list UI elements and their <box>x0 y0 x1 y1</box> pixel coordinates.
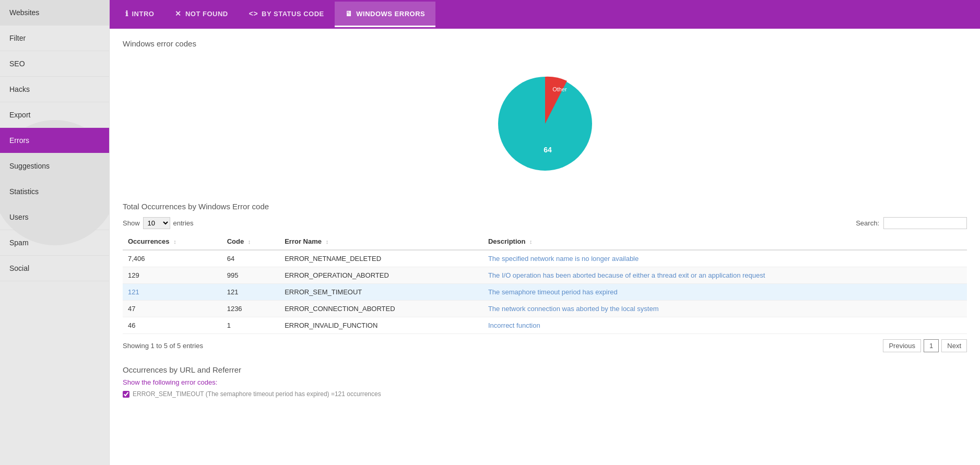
sidebar-item-websites[interactable]: Websites <box>0 0 109 26</box>
cell-occurrences: 47 <box>123 301 222 317</box>
col-error-name[interactable]: Error Name ↕ <box>279 233 483 250</box>
table-row: 7,406 64 ERROR_NETNAME_DELETED The speci… <box>123 250 967 267</box>
show-entries-control: Show 10 25 50 100 entries <box>123 217 194 229</box>
top-nav: ℹ INTRO ✕ NOT FOUND <> BY STATUS CODE 🖥 … <box>110 0 980 29</box>
cell-code: 1 <box>222 317 280 334</box>
cell-description: The I/O operation has been aborted becau… <box>483 267 967 284</box>
cell-error-name: ERROR_NETNAME_DELETED <box>279 250 483 267</box>
sidebar-item-filter[interactable]: Filter <box>0 26 109 51</box>
cell-occurrences: 121 <box>123 284 222 301</box>
main-content: ℹ INTRO ✕ NOT FOUND <> BY STATUS CODE 🖥 … <box>110 0 980 465</box>
pie-chart-container: 64 Other <box>123 56 967 197</box>
previous-button[interactable]: Previous <box>883 339 921 352</box>
pagination-area: Showing 1 to 5 of 5 entries Previous 1 N… <box>123 339 967 352</box>
cell-description: The specified network name is no longer … <box>483 250 967 267</box>
cell-code: 1236 <box>222 301 280 317</box>
search-area: Search: <box>856 217 967 229</box>
tab-by-status-code[interactable]: <> BY STATUS CODE <box>239 2 335 27</box>
next-button[interactable]: Next <box>941 339 967 352</box>
cell-error-name: ERROR_INVALID_FUNCTION <box>279 317 483 334</box>
table-header-row: Occurrences ↕ Code ↕ Error Name ↕ Desc <box>123 233 967 250</box>
table-row: 47 1236 ERROR_CONNECTION_ABORTED The net… <box>123 301 967 317</box>
sort-error-name-icon: ↕ <box>326 239 329 245</box>
checkbox-item: ERROR_SEM_TIMEOUT (The semaphore timeout… <box>123 390 967 398</box>
data-table: Occurrences ↕ Code ↕ Error Name ↕ Desc <box>123 233 967 334</box>
code-icon: <> <box>249 9 258 18</box>
page-title: Windows error codes <box>123 39 967 48</box>
cell-error-name: ERROR_SEM_TIMEOUT <box>279 284 483 301</box>
showing-text: Showing 1 to 5 of 5 entries <box>123 342 203 350</box>
sidebar-item-spam[interactable]: Spam <box>0 230 109 256</box>
table-section-title: Total Occurrences by Windows Error code <box>123 202 967 211</box>
col-occurrences[interactable]: Occurrences ↕ <box>123 233 222 250</box>
cell-description: Incorrect function <box>483 317 967 334</box>
table-section: Total Occurrences by Windows Error code … <box>123 202 967 352</box>
info-icon: ℹ <box>125 9 128 18</box>
sidebar-item-social[interactable]: Social <box>0 256 109 281</box>
sort-code-icon: ↕ <box>248 239 251 245</box>
pagination-controls: Previous 1 Next <box>883 339 967 352</box>
col-description[interactable]: Description ↕ <box>483 233 967 250</box>
cell-occurrences: 7,406 <box>123 250 222 267</box>
sidebar-item-errors[interactable]: Errors <box>0 128 109 153</box>
pie-label-teal: 64 <box>544 146 552 154</box>
cell-code: 121 <box>222 284 280 301</box>
sidebar-item-seo[interactable]: SEO <box>0 51 109 77</box>
tab-not-found[interactable]: ✕ NOT FOUND <box>164 2 238 27</box>
pie-label-red: Other <box>552 86 567 92</box>
sidebar-item-statistics[interactable]: Statistics <box>0 179 109 205</box>
content-area: Windows error codes 64 Other Total Occur… <box>110 29 980 465</box>
sort-occurrences-icon: ↕ <box>173 239 176 245</box>
table-controls: Show 10 25 50 100 entries Search: <box>123 217 967 229</box>
table-row: 46 1 ERROR_INVALID_FUNCTION Incorrect fu… <box>123 317 967 334</box>
sidebar-item-suggestions[interactable]: Suggestions <box>0 153 109 179</box>
cell-code: 64 <box>222 250 280 267</box>
cell-description: The semaphore timeout period has expired <box>483 284 967 301</box>
cell-error-name: ERROR_OPERATION_ABORTED <box>279 267 483 284</box>
sidebar-item-hacks[interactable]: Hacks <box>0 77 109 102</box>
sort-description-icon: ↕ <box>529 239 533 245</box>
tab-windows-errors[interactable]: 🖥 WINDOWS ERRORS <box>335 2 435 27</box>
sidebar-item-users[interactable]: Users <box>0 205 109 230</box>
cell-occurrences: 46 <box>123 317 222 334</box>
cell-description: The network connection was aborted by th… <box>483 301 967 317</box>
tab-intro[interactable]: ℹ INTRO <box>115 2 164 27</box>
monitor-icon: 🖥 <box>345 9 353 18</box>
col-code[interactable]: Code ↕ <box>222 233 280 250</box>
sidebar: Websites Filter SEO Hacks Export Errors … <box>0 0 110 465</box>
checkbox-label: ERROR_SEM_TIMEOUT (The semaphore timeout… <box>133 390 381 398</box>
entries-select[interactable]: 10 25 50 100 <box>143 217 170 229</box>
pie-chart: 64 Other <box>488 66 603 181</box>
error-checkbox[interactable] <box>123 391 129 398</box>
cell-error-name: ERROR_CONNECTION_ABORTED <box>279 301 483 317</box>
occurrences-subtitle: Show the following error codes: <box>123 378 967 386</box>
occurrences-section: Occurrences by URL and Referrer Show the… <box>123 365 967 398</box>
occurrences-section-title: Occurrences by URL and Referrer <box>123 365 967 374</box>
table-row: 129 995 ERROR_OPERATION_ABORTED The I/O … <box>123 267 967 284</box>
cell-code: 995 <box>222 267 280 284</box>
cell-occurrences: 129 <box>123 267 222 284</box>
search-label: Search: <box>856 219 879 227</box>
sidebar-item-export[interactable]: Export <box>0 102 109 128</box>
table-row: 121 121 ERROR_SEM_TIMEOUT The semaphore … <box>123 284 967 301</box>
page-1-button[interactable]: 1 <box>924 339 939 352</box>
search-input[interactable] <box>883 217 967 229</box>
close-icon: ✕ <box>175 9 182 18</box>
